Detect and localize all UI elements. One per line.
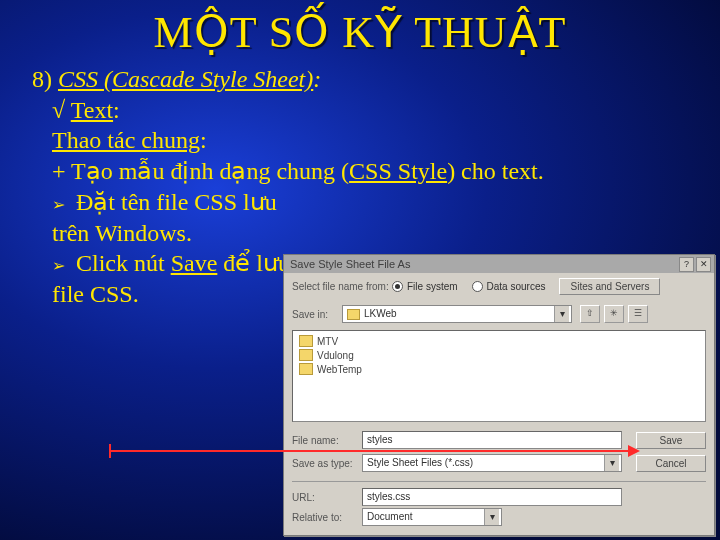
folder-icon <box>299 363 313 375</box>
subheading-1: √ Text: <box>32 95 694 126</box>
cancel-button[interactable]: Cancel <box>636 455 706 472</box>
dialog-title-bar: Save Style Sheet File As ? ✕ <box>284 255 714 273</box>
bullet-icon: ➢ <box>52 195 70 215</box>
radio-datasources[interactable] <box>472 281 483 292</box>
b1-text: Đặt tên file CSS lưu trên Windows. <box>52 189 277 246</box>
file-list[interactable]: MTV Vdulong WebTemp <box>292 330 706 422</box>
url-label: URL: <box>292 492 362 503</box>
folder-icon <box>299 335 313 347</box>
relativeto-label: Relative to: <box>292 512 362 523</box>
window-controls: ? ✕ <box>679 257 711 272</box>
folder-item[interactable]: Vdulong <box>299 349 699 361</box>
check-icon: √ <box>52 97 71 123</box>
b2a: Click nút <box>70 250 171 276</box>
savein-select[interactable]: LKWeb <box>342 305 572 323</box>
radio-filesystem-label: File system <box>407 281 458 292</box>
heading-number: 8) <box>32 66 58 92</box>
sites-servers-button[interactable]: Sites and Servers <box>559 278 660 295</box>
line3c: ) cho text. <box>447 158 544 184</box>
save-dialog: Save Style Sheet File As ? ✕ Select file… <box>283 254 715 536</box>
url-input[interactable]: styles.css <box>362 488 622 506</box>
view-list-button[interactable]: ☰ <box>628 305 648 323</box>
sub2-text: Thao tác chung <box>52 127 200 153</box>
b2b: Save <box>171 250 218 276</box>
help-button[interactable]: ? <box>679 257 694 272</box>
divider <box>292 481 706 482</box>
folder-item[interactable]: MTV <box>299 335 699 347</box>
subheading-2: Thao tác chung: <box>32 125 694 156</box>
savein-label: Save in: <box>292 309 342 320</box>
folder-icon <box>347 309 360 320</box>
save-button[interactable]: Save <box>636 432 706 449</box>
heading-line: 8) CSS (Cascade Style Sheet): <box>32 64 694 95</box>
slide-title: MỘT SỐ KỸ THUẬT <box>0 0 720 58</box>
select-label: Select file name from: <box>292 281 392 292</box>
up-one-level-button[interactable]: ⇧ <box>580 305 600 323</box>
line3a: + Tạo mẫu định dạng chung ( <box>52 158 349 184</box>
folder-name: WebTemp <box>317 364 362 375</box>
close-button[interactable]: ✕ <box>696 257 711 272</box>
filename-input[interactable]: styles <box>362 431 622 449</box>
folder-item[interactable]: WebTemp <box>299 363 699 375</box>
bullet-1: ➢ Đặt tên file CSS lưu trên Windows. <box>32 187 302 248</box>
new-folder-button[interactable]: ✳ <box>604 305 624 323</box>
dialog-title: Save Style Sheet File As <box>290 258 410 270</box>
radio-filesystem[interactable] <box>392 281 403 292</box>
saveastype-label: Save as type: <box>292 458 362 469</box>
folder-name: MTV <box>317 336 338 347</box>
folder-icon <box>299 349 313 361</box>
line-3: + Tạo mẫu định dạng chung (CSS Style) ch… <box>32 156 694 187</box>
sub1-text: Text <box>71 97 113 123</box>
pointer-arrow <box>110 450 630 452</box>
select-from-row: Select file name from: File system Data … <box>284 273 714 300</box>
bullet-2: ➢ Click nút Save để lưu file CSS. <box>32 248 302 309</box>
folder-name: Vdulong <box>317 350 354 361</box>
radio-datasources-label: Data sources <box>487 281 546 292</box>
savein-value: LKWeb <box>364 308 397 319</box>
saveastype-select[interactable]: Style Sheet Files (*.css) <box>362 454 622 472</box>
url-row: URL: styles.css <box>284 486 714 508</box>
savein-row: Save in: LKWeb ⇧ ✳ ☰ <box>284 300 714 328</box>
saveastype-row: Save as type: Style Sheet Files (*.css) … <box>284 454 714 477</box>
heading-colon: : <box>313 66 321 92</box>
filename-label: File name: <box>292 435 362 446</box>
bullet-icon: ➢ <box>52 256 70 276</box>
relativeto-row: Relative to: Document <box>284 508 714 531</box>
heading-text: CSS (Cascade Style Sheet) <box>58 66 313 92</box>
relativeto-select[interactable]: Document <box>362 508 502 526</box>
line3b: CSS Style <box>349 158 447 184</box>
nav-buttons: ⇧ ✳ ☰ <box>580 305 648 323</box>
